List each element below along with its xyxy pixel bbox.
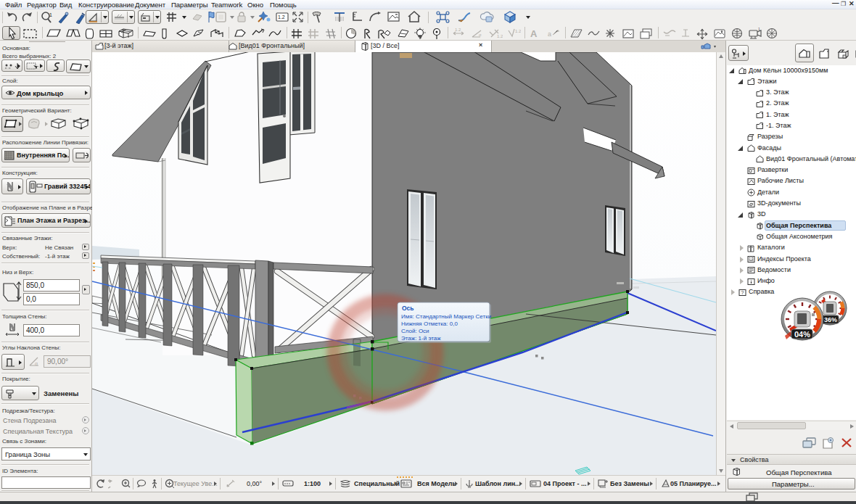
svg-text:04%: 04% [794,330,810,339]
svg-text:36%: 36% [824,316,837,323]
svg-text:Слой: Оси: Слой: Оси [401,328,429,334]
svg-text:Имя: Стандартный Маркер Сетки: Имя: Стандартный Маркер Сетки [401,313,491,320]
svg-text:1.2: 1.2 [455,28,461,32]
svg-text:α: α [35,361,38,366]
svg-text:1.2: 1.2 [278,15,285,20]
svg-text:1.2: 1.2 [515,29,521,33]
svg-text:Нижняя Отметка: 0,0: Нижняя Отметка: 0,0 [401,321,458,327]
svg-text:Ось: Ось [402,305,414,312]
svg-text:1: 1 [758,28,760,31]
svg-text:Этаж: 1-й этаж: Этаж: 1-й этаж [401,335,441,342]
svg-text:?: ? [741,290,744,295]
svg-text:1.2: 1.2 [497,34,503,38]
svg-text:α: α [479,33,482,37]
svg-text:A: A [530,28,538,39]
svg-text:1: 1 [49,12,52,17]
svg-text:a: a [548,30,551,38]
